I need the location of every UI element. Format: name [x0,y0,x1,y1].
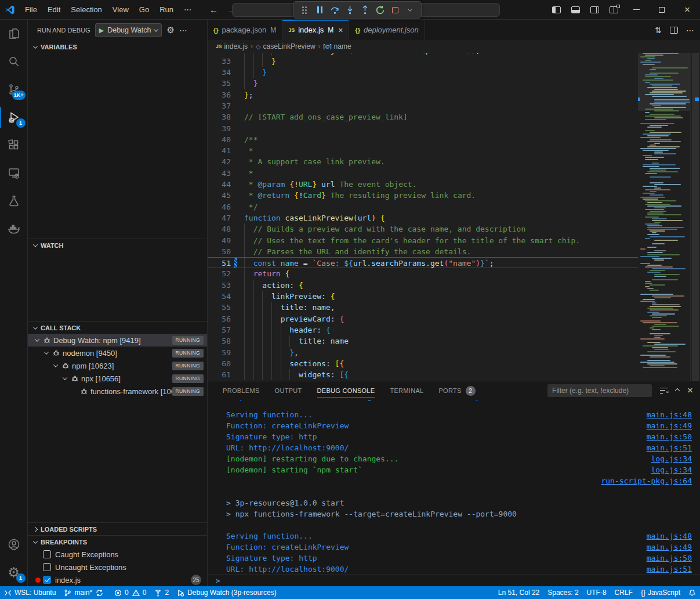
panel-tab-problems[interactable]: PROBLEMS [223,381,260,400]
expand-chevron-icon[interactable] [42,351,51,355]
code-line-45[interactable]: 45 * @return {!Card} The resulting previ… [208,190,638,201]
code-line-51[interactable]: 51 const name = `Case: ${url.searchParam… [208,257,638,268]
console-filter-input[interactable] [547,384,652,397]
debug-console-input[interactable]: > [208,575,700,586]
breadcrumb-item-caseLinkPreview[interactable]: ◇caseLinkPreview [256,42,315,50]
breakpoint-checkbox[interactable] [43,576,51,584]
problems-item[interactable]: 0 0 [110,586,150,599]
code-line-49[interactable]: 49 // Uses the text from the card's head… [208,235,638,246]
breadcrumb-item-index.js[interactable]: JSindex.js [216,42,248,50]
eol-item[interactable]: CRLF [611,586,637,599]
editor-scrollbar[interactable] [690,53,700,381]
code-line-53[interactable]: 53 action: { [208,280,638,291]
expand-chevron-icon[interactable] [51,364,60,367]
panel-tab-terminal[interactable]: TERMINAL [390,381,423,400]
extensions-icon[interactable] [0,131,28,159]
menu-file[interactable]: File [20,5,42,14]
console-source-link[interactable]: main.js:50 [647,431,692,442]
indentation-item[interactable]: Spaces: 2 [543,586,582,599]
stop-button[interactable] [387,3,402,17]
explorer-icon[interactable] [0,20,28,48]
breakpoint-row[interactable]: Uncaught Exceptions [28,561,207,573]
tab-index.js[interactable]: JSindex.jsM× [282,20,349,40]
code-line-37[interactable]: 37 [208,100,638,111]
panel-tab-ports[interactable]: PORTS2 [438,381,475,400]
console-source-link[interactable]: main.js:49 [647,420,692,431]
code-editor[interactable]: 32 return res.json(caseLinkPreview(parse… [208,53,700,381]
toggle-panel-icon[interactable] [571,6,580,13]
console-source-link[interactable]: log.js:34 [651,464,692,475]
language-mode-item[interactable]: {} JavaScript [637,586,684,599]
code-line-47[interactable]: 47function caseLinkPreview(url) { [208,212,638,223]
menu-more[interactable]: ⋯ [179,5,197,14]
close-button[interactable]: × [674,0,700,20]
call-stack-session[interactable]: functions-framework [106...RUNNING [28,385,207,398]
minimize-button[interactable] [623,0,649,20]
debug-console[interactable]: > npx functions-framework --target=creat… [208,400,700,586]
watch-section-header[interactable]: WATCH [28,239,207,251]
menu-selection[interactable]: Selection [66,5,107,14]
code-line-54[interactable]: 54 linkPreview: { [208,291,638,302]
code-line-44[interactable]: 44 * @param {!URL} url The event object. [208,179,638,190]
menu-go[interactable]: Go [134,5,154,14]
open-changes-icon[interactable]: ⇅ [655,26,662,35]
code-line-61[interactable]: 61 widgets: [{ [208,369,638,380]
toolbar-drag-handle[interactable] [297,3,312,17]
search-icon[interactable] [0,48,28,75]
tab-deployment.json[interactable]: {}deployment.json [349,20,425,40]
code-line-41[interactable]: 41 * [208,145,638,156]
remote-indicator[interactable]: WSL: Ubuntu [0,586,60,599]
code-line-39[interactable]: 39 [208,123,638,134]
code-line-55[interactable]: 55 title: name, [208,302,638,313]
code-line-50[interactable]: 50 // Parses the URL and identify the ca… [208,246,638,257]
step-out-button[interactable] [357,3,372,17]
code-line-43[interactable]: 43 * [208,168,638,179]
panel-tab-debug-console[interactable]: DEBUG CONSOLE [317,381,375,400]
code-line-42[interactable]: 42 * A support case link preview. [208,156,638,167]
code-line-59[interactable]: 59 }, [208,347,638,358]
expand-chevron-icon[interactable] [32,338,42,342]
console-source-link[interactable]: run-script-pkg.js:64 [601,475,692,486]
stop-dropdown-chevron-icon[interactable] [402,3,418,17]
launch-config-dropdown[interactable]: ▶ Debug Watch [95,23,162,37]
forwarded-ports-item[interactable]: 2 [150,586,173,599]
maximize-button[interactable] [649,0,674,20]
notifications-bell-icon[interactable] [684,586,700,599]
docker-icon[interactable] [0,215,28,243]
toggle-sidebar-icon[interactable] [552,6,561,13]
menu-view[interactable]: View [107,5,134,14]
customize-layout-icon[interactable] [610,6,618,13]
source-control-icon[interactable]: 1K+ [0,75,28,103]
minimap[interactable] [638,53,690,381]
console-source-link[interactable]: main.js:51 [647,442,692,453]
code-line-57[interactable]: 57 header: { [208,324,638,335]
breadcrumb-item-name[interactable]: [@]name [324,42,351,50]
start-debug-icon[interactable]: ▶ [99,27,104,34]
code-line-35[interactable]: 35 } [208,78,638,89]
maximize-panel-icon[interactable] [676,389,679,392]
git-branch-item[interactable]: main* [60,586,110,599]
back-arrow-icon[interactable]: ← [205,5,223,15]
remote-explorer-icon[interactable] [0,159,28,187]
code-line-56[interactable]: 56 previewCard: { [208,313,638,324]
menu-run[interactable]: Run [154,5,179,14]
breakpoint-row[interactable]: Caught Exceptions [28,548,207,561]
code-line-60[interactable]: 60 sections: [{ [208,358,638,369]
loaded-scripts-section-header[interactable]: LOADED SCRIPTS [28,522,207,535]
toggle-secondary-sidebar-icon[interactable] [590,6,599,13]
close-panel-icon[interactable]: × [687,385,693,396]
editor-more-actions-icon[interactable]: ⋯ [686,26,694,35]
run-and-debug-icon[interactable]: 1 [0,103,28,131]
code-line-46[interactable]: 46 */ [208,201,638,212]
console-source-link[interactable]: main.js:51 [647,564,692,575]
code-line-48[interactable]: 48 // Builds a preview card with the cas… [208,223,638,234]
console-source-link[interactable]: main.js:50 [647,553,692,564]
debug-settings-gear-icon[interactable]: ⚙ [166,25,174,35]
breakpoints-section-header[interactable]: BREAKPOINTS [28,535,207,548]
console-source-link[interactable]: main.js:48 [647,409,692,420]
breakpoint-row[interactable]: index.js25 [28,573,207,586]
call-stack-session[interactable]: npm [10623]RUNNING [28,359,207,372]
variables-section-header[interactable]: VARIABLES [28,41,207,53]
call-stack-session[interactable]: npx [10656]RUNNING [28,372,207,385]
testing-icon[interactable] [0,187,28,215]
